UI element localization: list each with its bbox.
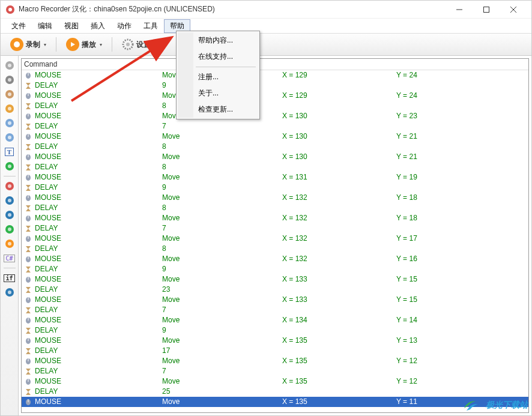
hourglass-icon (24, 205, 32, 212)
command-p3: Y = 16 (396, 254, 526, 264)
command-p3: Y = 13 (396, 336, 526, 346)
run-tool-icon[interactable] (4, 223, 16, 235)
paste-tool-icon[interactable] (4, 131, 16, 143)
table-row[interactable]: MOUSEMoveX = 131Y = 19 (22, 172, 528, 182)
svg-marker-61 (26, 246, 31, 252)
mouse-icon (24, 174, 32, 181)
settings-button[interactable]: 设置 (117, 37, 156, 52)
table-row[interactable]: MOUSEMoveX = 135Y = 13 (22, 336, 528, 346)
globe-tool-icon[interactable] (4, 194, 16, 206)
minimize-button[interactable] (446, 1, 473, 18)
command-p1: 9 (162, 325, 282, 336)
window-controls (446, 1, 527, 18)
play-button[interactable]: 播放 ▾ (61, 36, 107, 53)
table-row[interactable]: DELAY9 (22, 80, 528, 91)
record-button[interactable]: 录制 ▾ (5, 36, 51, 53)
keyboard-tool-icon[interactable] (4, 74, 16, 86)
table-row[interactable]: DELAY8 (22, 162, 528, 172)
info-tool-icon[interactable] (4, 209, 16, 221)
table-row[interactable]: MOUSEMoveX = 129Y = 24 (22, 70, 528, 80)
table-row[interactable]: DELAY8 (22, 101, 528, 111)
titlebar: Macro Recorder 汉化：china0sen 52pojie.cn (… (1, 1, 531, 19)
table-row[interactable]: DELAY25 (22, 387, 528, 397)
svg-marker-73 (26, 328, 31, 334)
table-row[interactable]: MOUSEMoveX = 132Y = 18 (22, 193, 528, 203)
command-p1: 25 (162, 387, 282, 397)
command-p2: X = 132 (282, 213, 396, 223)
if-tool-icon[interactable]: if (4, 272, 16, 284)
table-row[interactable]: MOUSEMoveX = 134Y = 14 (22, 315, 528, 325)
copy-tool-icon[interactable] (4, 117, 16, 129)
svg-marker-55 (26, 205, 31, 211)
mouse-icon (24, 358, 32, 365)
table-row[interactable]: DELAY8 (22, 142, 528, 152)
svg-marker-40 (26, 103, 31, 109)
table-row[interactable]: MOUSEMoveX = 132Y = 16 (22, 254, 528, 264)
table-row[interactable]: MOUSEMoveX = 129Y = 24 (22, 91, 528, 101)
list-body[interactable]: MOUSEMoveX = 129Y = 24DELAY9MOUSEMoveX =… (22, 70, 528, 412)
table-row[interactable]: DELAY7 (22, 366, 528, 376)
menu-item-1[interactable]: 编辑 (32, 19, 58, 33)
help-menu-item[interactable]: 帮助内容... (178, 32, 258, 49)
close-button[interactable] (500, 1, 527, 18)
table-row[interactable]: DELAY23 (22, 285, 528, 295)
power-tool-icon[interactable] (4, 180, 16, 192)
print-tool-icon[interactable] (4, 103, 16, 115)
menu-item-3[interactable]: 插入 (85, 19, 111, 33)
help-menu-item[interactable]: 注册... (178, 69, 258, 85)
delay-tool-icon[interactable] (4, 88, 16, 100)
command-type: MOUSE (35, 376, 61, 387)
help-menu-item[interactable]: 在线支持... (178, 49, 258, 65)
play-tool-icon[interactable] (4, 238, 16, 250)
table-row[interactable]: MOUSEMoveX = 135Y = 12 (22, 376, 528, 387)
command-p3: Y = 12 (396, 356, 526, 366)
table-row[interactable]: MOUSEMoveX = 135Y = 11 (22, 397, 528, 407)
table-row[interactable]: DELAY9 (22, 182, 528, 193)
table-row[interactable]: MOUSEMoveX = 135Y = 12 (22, 356, 528, 366)
table-row[interactable]: DELAY7 (22, 305, 528, 315)
table-row[interactable]: MOUSEMoveX = 132Y = 18 (22, 213, 528, 223)
list-header: Command (22, 59, 528, 70)
command-type: DELAY (35, 387, 58, 397)
help-menu-item[interactable]: 检查更新... (178, 101, 258, 118)
color-picker-icon[interactable] (4, 160, 16, 172)
menu-item-5[interactable]: 工具 (138, 19, 164, 33)
text-tool-icon[interactable]: T (4, 146, 16, 158)
mouse-tool-icon[interactable] (4, 59, 16, 71)
maximize-button[interactable] (473, 1, 500, 18)
table-row[interactable]: DELAY17 (22, 346, 528, 356)
command-p3: Y = 15 (396, 295, 526, 305)
svg-point-22 (8, 164, 11, 168)
command-p3: Y = 19 (396, 172, 526, 182)
svg-point-28 (8, 213, 11, 217)
play-label: 播放 (82, 40, 96, 50)
table-row[interactable]: MOUSEMoveX = 133Y = 15 (22, 295, 528, 305)
command-p3: Y = 14 (396, 315, 526, 325)
command-p1: Move (162, 274, 282, 285)
help-menu-item[interactable]: 关于... (178, 85, 258, 101)
table-row[interactable]: MOUSEMoveX = 132Y = 17 (22, 234, 528, 244)
loop-tool-icon[interactable] (4, 286, 16, 298)
table-row[interactable]: DELAY8 (22, 244, 528, 254)
command-p1: Move (162, 152, 282, 162)
svg-point-12 (8, 78, 11, 82)
hourglass-icon (24, 184, 32, 191)
table-row[interactable]: DELAY9 (22, 264, 528, 274)
csharp-tool-icon[interactable]: C# (4, 252, 16, 264)
menu-item-0[interactable]: 文件 (5, 19, 32, 33)
mouse-icon (24, 399, 32, 406)
command-type: MOUSE (35, 234, 61, 244)
menu-item-2[interactable]: 视图 (58, 19, 85, 33)
table-row[interactable]: DELAY8 (22, 203, 528, 213)
table-row[interactable]: MOUSEMoveX = 130Y = 21 (22, 131, 528, 142)
table-row[interactable]: MOUSEMoveX = 130Y = 21 (22, 152, 528, 162)
table-row[interactable]: DELAY7 (22, 121, 528, 131)
table-row[interactable]: DELAY9 (22, 325, 528, 336)
menu-item-4[interactable]: 动作 (111, 19, 138, 33)
command-p3: Y = 23 (396, 111, 526, 121)
mouse-icon (24, 378, 32, 385)
command-p3: Y = 21 (396, 131, 526, 142)
table-row[interactable]: MOUSEMoveX = 133Y = 15 (22, 274, 528, 285)
table-row[interactable]: DELAY7 (22, 223, 528, 234)
table-row[interactable]: MOUSEMoveX = 130Y = 23 (22, 111, 528, 121)
